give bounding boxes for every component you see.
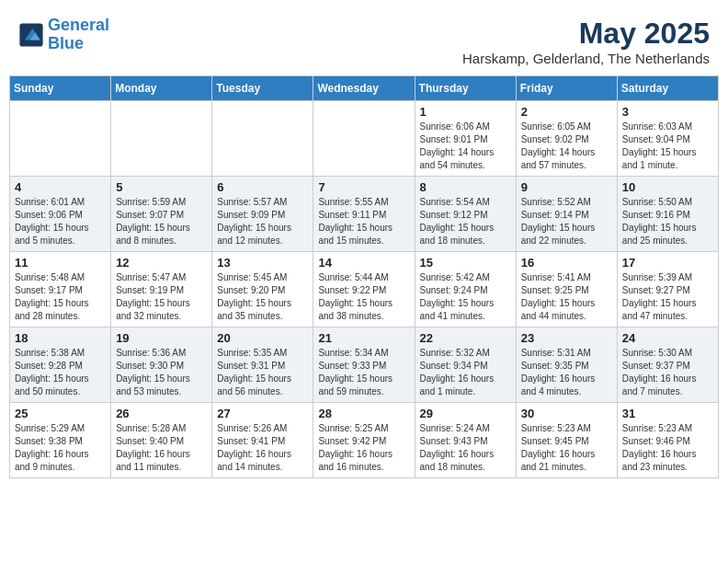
- table-row: 4Sunrise: 6:01 AMSunset: 9:06 PMDaylight…: [10, 177, 111, 252]
- day-number: 1: [420, 105, 511, 119]
- table-row: 27Sunrise: 5:26 AMSunset: 9:41 PMDayligh…: [212, 403, 313, 478]
- day-detail: Sunrise: 6:06 AMSunset: 9:01 PMDaylight:…: [420, 121, 511, 172]
- table-row: 6Sunrise: 5:57 AMSunset: 9:09 PMDaylight…: [212, 177, 313, 252]
- day-number: 5: [116, 180, 207, 194]
- table-row: 25Sunrise: 5:29 AMSunset: 9:38 PMDayligh…: [10, 403, 111, 478]
- day-detail: Sunrise: 5:29 AMSunset: 9:38 PMDaylight:…: [15, 422, 106, 474]
- table-row: 18Sunrise: 5:38 AMSunset: 9:28 PMDayligh…: [10, 327, 111, 403]
- table-row: 3Sunrise: 6:03 AMSunset: 9:04 PMDaylight…: [617, 101, 718, 177]
- col-wednesday: Wednesday: [313, 76, 415, 101]
- day-number: 29: [420, 407, 511, 420]
- day-detail: Sunrise: 5:44 AMSunset: 9:22 PMDaylight:…: [318, 271, 409, 323]
- day-number: 10: [622, 180, 713, 194]
- table-row: 7Sunrise: 5:55 AMSunset: 9:11 PMDaylight…: [313, 177, 415, 252]
- table-row: [10, 101, 111, 177]
- day-detail: Sunrise: 5:23 AMSunset: 9:45 PMDaylight:…: [521, 422, 612, 474]
- calendar-week-row: 18Sunrise: 5:38 AMSunset: 9:28 PMDayligh…: [10, 327, 719, 403]
- day-number: 7: [318, 180, 409, 194]
- day-number: 19: [116, 331, 207, 345]
- day-detail: Sunrise: 5:55 AMSunset: 9:11 PMDaylight:…: [318, 196, 409, 247]
- day-number: 31: [622, 407, 713, 420]
- day-number: 9: [521, 180, 612, 194]
- day-number: 26: [116, 407, 207, 420]
- day-number: 12: [116, 256, 207, 270]
- day-detail: Sunrise: 6:03 AMSunset: 9:04 PMDaylight:…: [622, 121, 713, 172]
- calendar-header-row: Sunday Monday Tuesday Wednesday Thursday…: [10, 76, 719, 101]
- day-number: 24: [622, 331, 713, 345]
- col-sunday: Sunday: [10, 76, 111, 101]
- day-detail: Sunrise: 5:25 AMSunset: 9:42 PMDaylight:…: [318, 422, 409, 474]
- col-tuesday: Tuesday: [212, 76, 313, 101]
- table-row: 12Sunrise: 5:47 AMSunset: 9:19 PMDayligh…: [111, 252, 212, 327]
- day-detail: Sunrise: 5:26 AMSunset: 9:41 PMDaylight:…: [217, 422, 308, 474]
- day-number: 17: [622, 256, 713, 270]
- day-number: 11: [15, 256, 106, 270]
- table-row: 20Sunrise: 5:35 AMSunset: 9:31 PMDayligh…: [212, 327, 313, 403]
- col-friday: Friday: [516, 76, 617, 101]
- day-number: 30: [521, 407, 612, 420]
- logo-icon: [18, 22, 44, 48]
- day-detail: Sunrise: 5:35 AMSunset: 9:31 PMDaylight:…: [217, 347, 308, 398]
- table-row: 13Sunrise: 5:45 AMSunset: 9:20 PMDayligh…: [212, 252, 313, 327]
- logo-line1: General: [48, 16, 109, 34]
- table-row: 22Sunrise: 5:32 AMSunset: 9:34 PMDayligh…: [415, 327, 516, 403]
- table-row: 10Sunrise: 5:50 AMSunset: 9:16 PMDayligh…: [617, 177, 718, 252]
- calendar-week-row: 11Sunrise: 5:48 AMSunset: 9:17 PMDayligh…: [10, 252, 719, 327]
- logo-text: General Blue: [48, 17, 109, 53]
- table-row: 23Sunrise: 5:31 AMSunset: 9:35 PMDayligh…: [516, 327, 617, 403]
- day-number: 20: [217, 331, 308, 345]
- col-saturday: Saturday: [617, 76, 718, 101]
- table-row: 11Sunrise: 5:48 AMSunset: 9:17 PMDayligh…: [10, 252, 111, 327]
- day-detail: Sunrise: 5:59 AMSunset: 9:07 PMDaylight:…: [116, 196, 207, 247]
- day-number: 22: [420, 331, 511, 345]
- day-number: 3: [622, 105, 713, 119]
- day-detail: Sunrise: 5:52 AMSunset: 9:14 PMDaylight:…: [521, 196, 612, 247]
- day-number: 28: [318, 407, 409, 420]
- table-row: 19Sunrise: 5:36 AMSunset: 9:30 PMDayligh…: [111, 327, 212, 403]
- day-detail: Sunrise: 5:28 AMSunset: 9:40 PMDaylight:…: [116, 422, 207, 474]
- calendar-week-row: 1Sunrise: 6:06 AMSunset: 9:01 PMDaylight…: [10, 101, 719, 177]
- day-detail: Sunrise: 6:05 AMSunset: 9:02 PMDaylight:…: [521, 121, 612, 172]
- day-number: 16: [521, 256, 612, 270]
- calendar-table: Sunday Monday Tuesday Wednesday Thursday…: [9, 75, 719, 478]
- calendar-week-row: 4Sunrise: 6:01 AMSunset: 9:06 PMDaylight…: [10, 177, 719, 252]
- day-detail: Sunrise: 5:24 AMSunset: 9:43 PMDaylight:…: [420, 422, 511, 474]
- logo-line2: Blue: [48, 34, 84, 52]
- day-detail: Sunrise: 5:42 AMSunset: 9:24 PMDaylight:…: [420, 271, 511, 323]
- table-row: 2Sunrise: 6:05 AMSunset: 9:02 PMDaylight…: [516, 101, 617, 177]
- day-detail: Sunrise: 5:23 AMSunset: 9:46 PMDaylight:…: [622, 422, 713, 474]
- day-detail: Sunrise: 6:01 AMSunset: 9:06 PMDaylight:…: [15, 196, 106, 247]
- table-row: 28Sunrise: 5:25 AMSunset: 9:42 PMDayligh…: [313, 403, 415, 478]
- table-row: 16Sunrise: 5:41 AMSunset: 9:25 PMDayligh…: [516, 252, 617, 327]
- logo: General Blue: [18, 17, 109, 53]
- table-row: [212, 101, 313, 177]
- day-number: 21: [318, 331, 409, 345]
- day-detail: Sunrise: 5:48 AMSunset: 9:17 PMDaylight:…: [15, 271, 106, 323]
- day-detail: Sunrise: 5:45 AMSunset: 9:20 PMDaylight:…: [217, 271, 308, 323]
- col-monday: Monday: [111, 76, 212, 101]
- day-number: 13: [217, 256, 308, 270]
- table-row: [111, 101, 212, 177]
- day-detail: Sunrise: 5:31 AMSunset: 9:35 PMDaylight:…: [521, 347, 612, 398]
- day-number: 14: [318, 256, 409, 270]
- day-detail: Sunrise: 5:32 AMSunset: 9:34 PMDaylight:…: [420, 347, 511, 398]
- table-row: 24Sunrise: 5:30 AMSunset: 9:37 PMDayligh…: [617, 327, 718, 403]
- day-number: 2: [521, 105, 612, 119]
- day-number: 6: [217, 180, 308, 194]
- table-row: 17Sunrise: 5:39 AMSunset: 9:27 PMDayligh…: [617, 252, 718, 327]
- day-detail: Sunrise: 5:38 AMSunset: 9:28 PMDaylight:…: [15, 347, 106, 398]
- day-number: 25: [15, 407, 106, 420]
- location: Harskamp, Gelderland, The Netherlands: [462, 51, 710, 66]
- day-detail: Sunrise: 5:47 AMSunset: 9:19 PMDaylight:…: [116, 271, 207, 323]
- table-row: 21Sunrise: 5:34 AMSunset: 9:33 PMDayligh…: [313, 327, 415, 403]
- day-detail: Sunrise: 5:34 AMSunset: 9:33 PMDaylight:…: [318, 347, 409, 398]
- table-row: 29Sunrise: 5:24 AMSunset: 9:43 PMDayligh…: [415, 403, 516, 478]
- day-detail: Sunrise: 5:39 AMSunset: 9:27 PMDaylight:…: [622, 271, 713, 323]
- month-year: May 2025: [462, 17, 710, 51]
- day-detail: Sunrise: 5:50 AMSunset: 9:16 PMDaylight:…: [622, 196, 713, 247]
- table-row: 5Sunrise: 5:59 AMSunset: 9:07 PMDaylight…: [111, 177, 212, 252]
- day-number: 23: [521, 331, 612, 345]
- day-number: 8: [420, 180, 511, 194]
- day-detail: Sunrise: 5:36 AMSunset: 9:30 PMDaylight:…: [116, 347, 207, 398]
- day-detail: Sunrise: 5:54 AMSunset: 9:12 PMDaylight:…: [420, 196, 511, 247]
